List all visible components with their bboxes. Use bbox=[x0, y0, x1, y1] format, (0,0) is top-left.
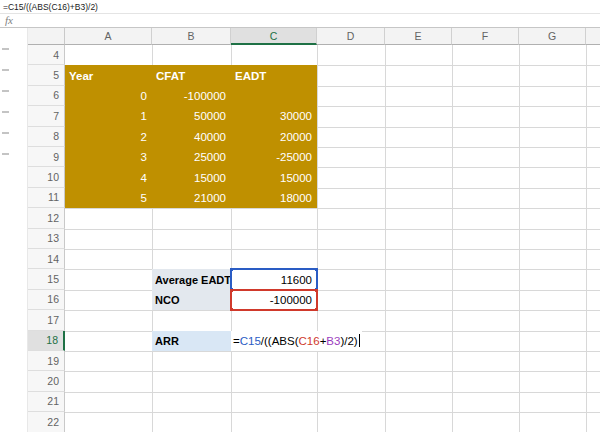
cell-A6[interactable]: 0 bbox=[65, 86, 152, 106]
cell-B16[interactable]: NCO bbox=[152, 290, 231, 310]
cell-C5[interactable]: EADT bbox=[231, 65, 317, 85]
formula-token: C16 bbox=[299, 335, 320, 347]
cell-C9[interactable]: -25000 bbox=[231, 147, 317, 167]
column-header-D[interactable]: D bbox=[317, 28, 385, 45]
cell-B15[interactable]: Average EADT bbox=[152, 269, 231, 289]
excel-window: =C15/((ABS(C16)+B3)/2) fx ABCDEFG4567891… bbox=[0, 0, 600, 432]
column-header-A[interactable]: A bbox=[65, 28, 152, 45]
formula-token: )/2) bbox=[340, 335, 357, 347]
window-edge-artifact bbox=[2, 111, 9, 113]
spreadsheet-grid: ABCDEFG45678910111213141516171819202122Y… bbox=[0, 0, 600, 432]
gridline-horizontal bbox=[65, 208, 600, 209]
row-header-12[interactable]: 12 bbox=[28, 208, 65, 228]
gridline-horizontal bbox=[65, 351, 600, 352]
row-header-21[interactable]: 21 bbox=[28, 392, 65, 412]
row-header-13[interactable]: 13 bbox=[28, 229, 65, 249]
row-header-15[interactable]: 15 bbox=[28, 269, 65, 289]
text-cursor bbox=[359, 334, 360, 347]
range-handle[interactable] bbox=[230, 268, 233, 271]
select-all-corner[interactable] bbox=[28, 28, 65, 45]
gridline-vertical bbox=[586, 45, 587, 432]
column-header-C[interactable]: C bbox=[231, 28, 317, 45]
row-header-20[interactable]: 20 bbox=[28, 371, 65, 391]
cell-A9[interactable]: 3 bbox=[65, 147, 152, 167]
cell-C18-formula-edit[interactable]: =C15/((ABS(C16+B3)/2) bbox=[231, 331, 362, 351]
row-header-8[interactable]: 8 bbox=[28, 127, 65, 147]
row-header-17[interactable]: 17 bbox=[28, 310, 65, 330]
cell-B9[interactable]: 25000 bbox=[152, 147, 231, 167]
row-header-22[interactable]: 22 bbox=[28, 412, 65, 432]
cell-A7[interactable]: 1 bbox=[65, 106, 152, 126]
formula-token: /((ABS( bbox=[261, 335, 299, 347]
formula-token: C15 bbox=[240, 335, 261, 347]
cell-B8[interactable]: 40000 bbox=[152, 127, 231, 147]
row-header-5[interactable]: 5 bbox=[28, 65, 65, 85]
cell-B6[interactable]: -100000 bbox=[152, 86, 231, 106]
gridline-vertical bbox=[385, 45, 386, 432]
cell-B10[interactable]: 15000 bbox=[152, 167, 231, 187]
cell-C10[interactable]: 15000 bbox=[231, 167, 317, 187]
window-edge-artifact bbox=[2, 132, 9, 134]
cell-B18[interactable]: ARR bbox=[152, 331, 231, 351]
row-header-18[interactable]: 18 bbox=[28, 331, 65, 351]
formula-token: = bbox=[233, 335, 240, 347]
row-header-7[interactable]: 7 bbox=[28, 106, 65, 126]
row-header-11[interactable]: 11 bbox=[28, 188, 65, 208]
cell-C16[interactable]: -100000 bbox=[230, 289, 318, 311]
window-edge-artifact bbox=[2, 69, 9, 71]
range-handle[interactable] bbox=[230, 289, 233, 292]
gridline-vertical bbox=[452, 45, 453, 432]
cell-A5[interactable]: Year bbox=[65, 65, 152, 85]
row-header-6[interactable]: 6 bbox=[28, 86, 65, 106]
cell-B11[interactable]: 21000 bbox=[152, 188, 231, 208]
column-header-E[interactable]: E bbox=[385, 28, 452, 45]
gridline-horizontal bbox=[65, 249, 600, 250]
cell-B5[interactable]: CFAT bbox=[152, 65, 231, 85]
gridline-vertical bbox=[519, 45, 520, 432]
cell-A11[interactable]: 5 bbox=[65, 188, 152, 208]
formula-token: B3 bbox=[326, 335, 340, 347]
row-header-16[interactable]: 16 bbox=[28, 290, 65, 310]
window-edge-artifact bbox=[2, 153, 9, 155]
cell-B7[interactable]: 50000 bbox=[152, 106, 231, 126]
window-edge-artifact bbox=[2, 48, 9, 50]
range-handle[interactable] bbox=[315, 308, 318, 311]
column-header-B[interactable]: B bbox=[152, 28, 231, 45]
cell-C11[interactable]: 18000 bbox=[231, 188, 317, 208]
window-edge-artifact bbox=[2, 90, 9, 92]
gridline-vertical bbox=[317, 45, 318, 432]
column-header-G[interactable]: G bbox=[519, 28, 586, 45]
cell-C7[interactable]: 30000 bbox=[231, 106, 317, 126]
row-header-9[interactable]: 9 bbox=[28, 147, 65, 167]
range-handle[interactable] bbox=[230, 308, 233, 311]
row-header-4[interactable]: 4 bbox=[28, 45, 65, 65]
cell-C8[interactable]: 20000 bbox=[231, 127, 317, 147]
cell-A8[interactable]: 2 bbox=[65, 127, 152, 147]
gridline-horizontal bbox=[65, 229, 600, 230]
cell-C15[interactable]: 11600 bbox=[230, 268, 318, 290]
range-handle[interactable] bbox=[315, 289, 318, 292]
range-handle[interactable] bbox=[315, 268, 318, 271]
gridline-horizontal bbox=[65, 310, 600, 311]
cell-A10[interactable]: 4 bbox=[65, 167, 152, 187]
column-header-stub bbox=[586, 28, 600, 45]
gridline-horizontal bbox=[65, 412, 600, 413]
gridline-horizontal bbox=[65, 392, 600, 393]
row-header-10[interactable]: 10 bbox=[28, 167, 65, 187]
gridline-horizontal bbox=[65, 290, 600, 291]
row-header-14[interactable]: 14 bbox=[28, 249, 65, 269]
column-header-F[interactable]: F bbox=[452, 28, 519, 45]
formula-token: + bbox=[320, 335, 327, 347]
row-header-19[interactable]: 19 bbox=[28, 351, 65, 371]
gridline-horizontal bbox=[65, 269, 600, 270]
gridline-horizontal bbox=[65, 371, 600, 372]
